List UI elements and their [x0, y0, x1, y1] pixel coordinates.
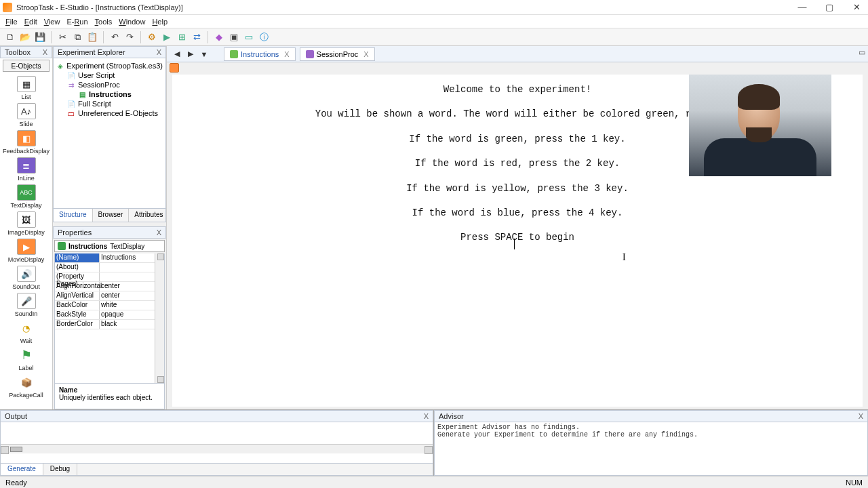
- edit-mode-icon[interactable]: [170, 63, 179, 73]
- toggle1-button[interactable]: ◆: [213, 31, 225, 43]
- toolbox-panel: Toolbox X E-Objects ▦List A♪Slide ◧Feedb…: [0, 46, 53, 409]
- soundout-icon: 🔊: [17, 266, 36, 282]
- tab-instructions[interactable]: Instructions X: [224, 47, 296, 61]
- prop-row-alignhorizontal: AlignHorizontalcenter: [55, 282, 155, 291]
- tab-sessionproc[interactable]: SessionProc X: [300, 47, 375, 61]
- generate-button[interactable]: ⚙: [146, 31, 158, 43]
- textdisplay-icon: ABC: [17, 184, 36, 201]
- menu-tools[interactable]: Tools: [95, 18, 113, 26]
- webcam-overlay: [689, 75, 831, 176]
- menu-window[interactable]: Window: [119, 18, 145, 26]
- main-toolbar: 🗋 📂 💾 ✂ ⧉ 📋 ↶ ↷ ⚙ ▶ ⊞ ⇄ ◆ ▣ ▭ ⓘ: [0, 28, 868, 46]
- prop-row-backstyle: BackStyleopaque: [55, 310, 155, 320]
- save-button[interactable]: 💾: [34, 31, 46, 43]
- text-cursor-icon: I: [623, 252, 626, 263]
- toolbox-item-imagedisplay[interactable]: 🖼ImageDisplay: [5, 211, 48, 236]
- prop-row-name: (Name)Instructions: [55, 253, 155, 263]
- output-tab-debug[interactable]: Debug: [43, 464, 77, 475]
- toolbox-item-packagecall[interactable]: 📦PackageCall: [5, 374, 48, 399]
- prop-row-bordercolor: BorderColorblack: [55, 320, 155, 329]
- editor-area: ◀ ▶ ▼ Instructions X SessionProc X ▭ Wel…: [167, 46, 868, 409]
- textdisplay-small-icon: [58, 242, 66, 250]
- minimize-button[interactable]: —: [793, 1, 811, 14]
- tab-sessionproc-close[interactable]: X: [363, 50, 368, 58]
- redo-button[interactable]: ↷: [123, 31, 136, 43]
- menu-file[interactable]: File: [5, 18, 18, 26]
- prop-row-backcolor: BackColorwhite: [55, 301, 155, 310]
- toolbox-item-wait[interactable]: ◔Wait: [5, 320, 48, 344]
- text-editor[interactable]: Welcome to the experiment! You will be s…: [172, 75, 863, 407]
- nav-back-button[interactable]: ◀: [171, 48, 183, 60]
- nav-play-button[interactable]: ▶: [184, 48, 197, 60]
- window-title: StroopTask - E-Studio - [Instructions (T…: [16, 3, 793, 12]
- properties-panel: Properties X Instructions TextDisplay (N…: [53, 226, 166, 409]
- tab-instructions-close[interactable]: X: [284, 50, 289, 58]
- toolbox-combo[interactable]: E-Objects: [3, 60, 50, 72]
- menu-erun[interactable]: E-Run: [66, 18, 87, 26]
- paste-button[interactable]: 📋: [86, 31, 98, 43]
- maximize-button[interactable]: ▢: [821, 1, 838, 14]
- tree-root[interactable]: ◈Experiment (StroopTask.es3): [56, 61, 163, 70]
- toggle3-button[interactable]: ▭: [243, 31, 255, 43]
- toolbox-item-slide[interactable]: A♪Slide: [5, 103, 48, 127]
- advisor-button[interactable]: ⊞: [176, 31, 188, 43]
- output-scrollbar[interactable]: [1, 444, 433, 453]
- toggle2-button[interactable]: ▣: [228, 31, 240, 43]
- new-button[interactable]: 🗋: [4, 31, 16, 43]
- moviedisplay-icon: ▶: [17, 239, 36, 255]
- nav-down-button[interactable]: ▼: [198, 48, 210, 60]
- tree-sessionproc[interactable]: ⇉SessionProc: [56, 80, 163, 89]
- menu-bar: File Edit View E-Run Tools Window Help: [0, 15, 868, 28]
- undo-button[interactable]: ↶: [108, 31, 121, 43]
- editor-restore-button[interactable]: ▭: [857, 47, 867, 57]
- tree-unreferenced[interactable]: 🗃Unreferenced E-Objects: [56, 108, 163, 118]
- open-button[interactable]: 📂: [19, 31, 31, 43]
- properties-close[interactable]: X: [157, 228, 161, 237]
- unreferenced-icon: 🗃: [67, 109, 75, 117]
- runner-button[interactable]: ⇄: [191, 31, 203, 43]
- imagedisplay-icon: 🖼: [17, 211, 36, 228]
- advisor-title: Advisor: [439, 412, 464, 420]
- packagecall-icon: 📦: [17, 374, 36, 390]
- cut-button[interactable]: ✂: [56, 31, 68, 43]
- run-button[interactable]: ▶: [161, 31, 173, 43]
- toolbox-item-label[interactable]: ⚑Label: [5, 347, 48, 371]
- explorer-tab-attributes[interactable]: Attributes: [129, 209, 169, 222]
- proc-tab-icon: [306, 50, 314, 58]
- explorer-tab-browser[interactable]: Browser: [93, 209, 130, 222]
- toolbox-item-list[interactable]: ▦List: [5, 76, 48, 100]
- toolbox-item-moviedisplay[interactable]: ▶MovieDisplay: [5, 239, 48, 263]
- tree-instructions[interactable]: ▤Instructions: [56, 89, 163, 99]
- explorer-tab-structure[interactable]: Structure: [54, 209, 93, 222]
- toolbox-close[interactable]: X: [43, 48, 47, 56]
- status-text: Ready: [5, 479, 27, 487]
- output-content[interactable]: [0, 422, 433, 464]
- output-close[interactable]: X: [424, 412, 429, 420]
- toolbox-item-textdisplay[interactable]: ABCTextDisplay: [5, 184, 48, 209]
- tree-userscript[interactable]: 📄User Script: [56, 70, 163, 80]
- menu-help[interactable]: Help: [152, 18, 167, 26]
- experiment-tree[interactable]: ◈Experiment (StroopTask.es3) 📄User Scrip…: [53, 58, 166, 209]
- info-button[interactable]: ⓘ: [258, 31, 270, 43]
- instr-line-5: If the word is yellow, press the 3 key.: [172, 176, 863, 201]
- toolbox-item-feedback[interactable]: ◧FeedbackDisplay: [5, 130, 48, 155]
- properties-object-combo[interactable]: Instructions TextDisplay: [54, 240, 165, 252]
- textdisplay-tab-icon: [230, 50, 238, 58]
- explorer-close[interactable]: X: [157, 48, 161, 56]
- menu-edit[interactable]: Edit: [24, 18, 37, 26]
- close-button[interactable]: ✕: [848, 1, 865, 14]
- tree-fullscript[interactable]: 📄Full Script: [56, 99, 163, 108]
- soundin-icon: 🎤: [17, 293, 36, 309]
- inline-icon: ≣: [17, 157, 36, 174]
- menu-view[interactable]: View: [44, 18, 60, 26]
- toolbox-item-soundin[interactable]: 🎤SoundIn: [5, 293, 48, 317]
- advisor-close[interactable]: X: [859, 412, 863, 420]
- instr-line-6: If the word is blue, press the 4 key.: [172, 201, 863, 225]
- copy-button[interactable]: ⧉: [71, 31, 83, 43]
- toolbox-item-inline[interactable]: ≣InLine: [5, 157, 48, 182]
- experiment-icon: ◈: [56, 62, 64, 70]
- properties-scrollbar[interactable]: [155, 253, 164, 383]
- output-tab-generate[interactable]: Generate: [1, 464, 43, 475]
- properties-grid[interactable]: (Name)Instructions (About) (Property Pag…: [55, 253, 155, 383]
- toolbox-item-soundout[interactable]: 🔊SoundOut: [5, 266, 48, 290]
